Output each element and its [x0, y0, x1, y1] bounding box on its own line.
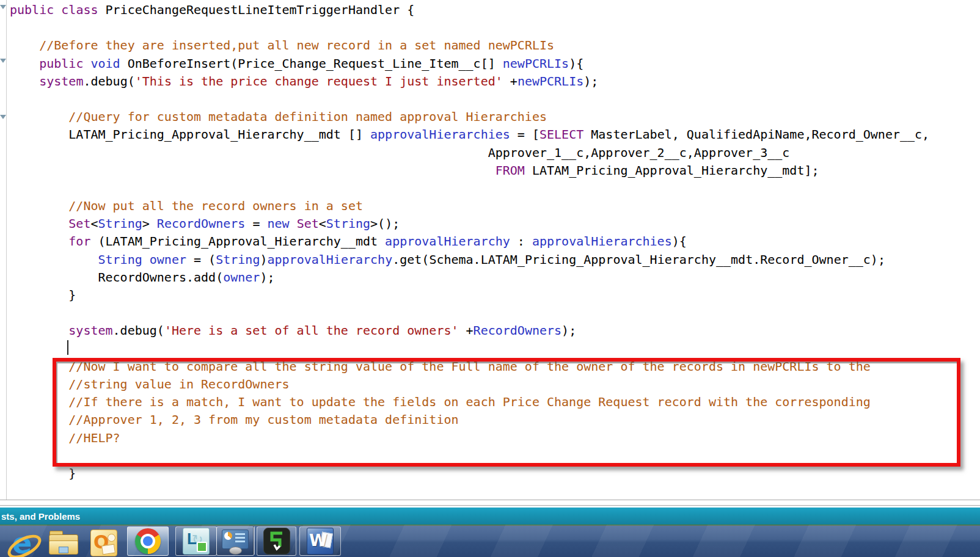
text-caret — [67, 340, 68, 355]
code-line: Set<String> RecordOwners = new Set<Strin… — [10, 215, 929, 233]
code-line: //Now put all the record owners in a set — [10, 197, 929, 215]
code-line: for (LATAM_Pricing_Approval_Hierarchy__m… — [10, 233, 929, 250]
monitor-logo — [221, 528, 249, 554]
code-line — [10, 90, 929, 108]
code-line — [10, 180, 929, 197]
pie-chart-glyph — [224, 532, 232, 540]
code-line — [10, 340, 929, 358]
panel-header-label: sts, and Problems — [0, 511, 80, 522]
green-s-logo — [263, 528, 290, 555]
code-line: String owner = (String)approvalHierarchy… — [10, 251, 929, 269]
taskbar-separator — [254, 526, 255, 555]
code-line: //Query for custom metadata definition n… — [10, 108, 929, 126]
code-line: } — [10, 465, 929, 482]
lync-icon[interactable]: ↻ L — [175, 526, 217, 556]
code-line: //Before they are inserted,put all new r… — [10, 37, 929, 54]
fold-marker-icon[interactable] — [0, 59, 6, 63]
code-line: system.debug('Here is a set of all the r… — [10, 322, 929, 340]
desktop-screen: public class PriceChangeRequestLineItemT… — [0, 0, 980, 557]
logs-tests-problems-panel-header[interactable]: sts, and Problems — [0, 508, 980, 525]
code-line: } — [10, 286, 929, 304]
fold-marker-icon[interactable] — [0, 115, 6, 119]
code-line: LATAM_Pricing_Approval_Hierarchy__mdt []… — [10, 126, 929, 144]
green-s-app-icon[interactable] — [257, 526, 296, 556]
code-line — [10, 19, 929, 37]
chrome-logo — [135, 528, 161, 554]
list-line — [235, 537, 245, 539]
code-line: FROM LATAM_Pricing_Approval_Hierarchy__m… — [10, 162, 929, 180]
code-line: RecordOwners.add(owner); — [10, 269, 929, 286]
internet-explorer-icon[interactable]: e — [7, 530, 39, 556]
lync-logo: ↻ L — [183, 528, 210, 555]
folder-slot — [59, 547, 68, 553]
code-editor-area[interactable]: public class PriceChangeRequestLineItemT… — [0, 0, 980, 500]
clock-badge — [108, 534, 115, 542]
fold-marker-icon[interactable] — [0, 5, 6, 9]
windows-explorer-folder-icon[interactable] — [49, 530, 78, 555]
word-icon[interactable]: W — [299, 526, 341, 556]
outlook-icon[interactable]: O — [90, 530, 117, 556]
system-monitor-icon[interactable] — [216, 526, 254, 556]
lync-l-glyph: L — [187, 530, 197, 548]
annotation-highlight-box — [53, 358, 960, 467]
green-s-glyph — [264, 528, 290, 554]
presence-square — [197, 542, 207, 552]
windows-taskbar: e O ↻ L — [0, 525, 980, 557]
code-line: system.debug('This is the price change r… — [10, 73, 929, 90]
code-line: public void OnBeforeInsert(Price_Change_… — [10, 55, 929, 73]
code-line: public class PriceChangeRequestLineItemT… — [10, 1, 929, 19]
chrome-hub — [141, 534, 155, 548]
word-logo: W — [307, 528, 334, 555]
gutter-divider — [6, 0, 7, 500]
envelope-badge — [101, 544, 115, 555]
list-line — [235, 541, 245, 542]
mouse-glyph — [229, 547, 242, 555]
panel-splitter[interactable] — [0, 500, 980, 506]
code-line — [10, 304, 929, 322]
code-line: Approver_1__c,Approver_2__c,Approver_3__… — [10, 144, 929, 162]
chrome-icon[interactable] — [127, 526, 169, 556]
list-line — [235, 533, 245, 535]
word-w-glyph: W — [309, 531, 327, 550]
